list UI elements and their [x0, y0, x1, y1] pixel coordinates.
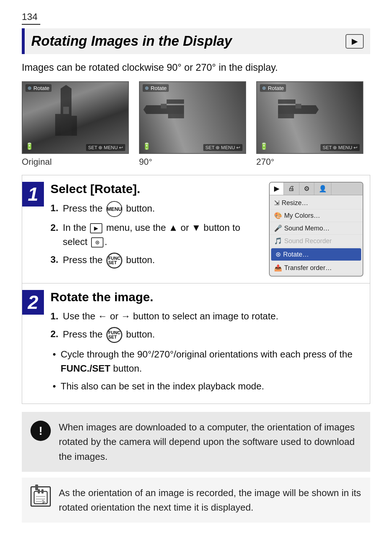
rotate-icon-90: ⊛ [145, 85, 149, 91]
soundmemo-icon: 🎤 [274, 224, 282, 232]
svg-rect-13 [278, 99, 295, 104]
images-row: ⊛ Rotate 🔋 SET ⊛ MENU ↩ ⊛ Rotate 🔋 SET ⊛… [22, 81, 370, 154]
menu-button: MENU [106, 201, 122, 217]
menu-item-soundmemo: 🎤 Sound Memo… [270, 222, 363, 235]
info-icon [30, 486, 52, 507]
svg-rect-16 [38, 489, 40, 494]
step1-list: 1. Press the MENU button. 2. In the ▶ me… [50, 201, 262, 269]
step2-title: Rotate the image. [50, 290, 363, 304]
step2-list: 1. Use the ← or → button to select an im… [50, 309, 363, 343]
info-text: As the orientation of an image is record… [59, 486, 362, 515]
svg-rect-14 [278, 114, 294, 118]
rotate-menu-icon: ⊛ [275, 250, 281, 258]
warning-circle: ! [30, 421, 51, 441]
caption-row: Original 90° 270° [22, 157, 370, 167]
svg-rect-7 [161, 104, 167, 109]
soundmemo-label: Sound Memo… [284, 225, 330, 232]
menu-tab-playback: ▶ [270, 183, 284, 195]
screen-header-label: Rotate [33, 85, 49, 91]
step2-section: 2 Rotate the image. 1. Use the ← or → bu… [22, 283, 370, 404]
screen-footer-original: SET ⊛ MENU ↩ [86, 144, 125, 151]
battery-icon-original: 🔋 [25, 142, 33, 150]
menu-item-transfer: 📤 Transfer order… [270, 262, 363, 274]
svg-rect-4 [72, 116, 77, 136]
menu-item-resize: ⇲ Resize… [270, 197, 363, 209]
step1-item2: 2. In the ▶ menu, use the ▲ or ▼ button … [50, 221, 262, 249]
func-set-button-step1: FUNCSET [106, 253, 122, 269]
step1-number: 1 [22, 182, 44, 207]
soundrecorder-label: Sound Recorder [284, 237, 332, 245]
svg-marker-1 [61, 85, 72, 89]
menu-item-rotate: ⊛ Rotate… [271, 248, 361, 261]
screen-footer-90: SET ⊛ MENU ↩ [203, 144, 242, 151]
camera-image-270 [257, 82, 363, 153]
bullet-item1: Cycle through the 90°/270°/original orie… [50, 347, 363, 376]
warning-text: When images are downloaded to a computer… [59, 420, 362, 464]
step1-item3: 3. Press the FUNCSET button. [50, 253, 262, 269]
rotate-icon-270: ⊛ [262, 85, 266, 91]
battery-icon-90: 🔋 [143, 142, 151, 150]
info-note: As the orientation of an image is record… [22, 478, 370, 523]
screen-footer-270: SET ⊛ MENU ↩ [320, 144, 360, 151]
page-number: 134 [22, 11, 40, 25]
step2-number: 2 [22, 290, 44, 315]
func-set-button-step2: FUNCSET [106, 327, 122, 343]
bullet-item2: This also can be set in the index playba… [50, 379, 363, 393]
svg-rect-3 [55, 114, 61, 136]
screen-header-270: ⊛ Rotate [260, 84, 286, 92]
screen-header-original: ⊛ Rotate [25, 84, 52, 92]
step1-instructions: Select [Rotate]. 1. Press the MENU butto… [50, 182, 262, 272]
page-title: Rotating Images in the Display [31, 33, 232, 49]
camera-image-original [23, 82, 128, 153]
screen-header-label-270: Rotate [268, 85, 284, 91]
menu-tab-print: 🖨 [284, 183, 299, 195]
warning-note: ! When images are downloaded to a comput… [22, 412, 370, 472]
transfer-icon: 📤 [274, 264, 282, 272]
mycolors-label: My Colors… [284, 212, 320, 220]
menu-tabs: ▶ 🖨 ⚙ 👤 [270, 183, 363, 195]
playback-icon: ▶ [346, 34, 364, 49]
bullet-list: Cycle through the 90°/270°/original orie… [50, 347, 363, 393]
svg-marker-11 [316, 105, 319, 114]
menu-items-list: ⇲ Resize… 🎨 My Colors… 🎤 Sound Memo… [270, 195, 363, 276]
svg-rect-17 [41, 489, 44, 494]
title-section: Rotating Images in the Display ▶ [22, 28, 370, 54]
step2-header: 2 Rotate the image. 1. Use the ← or → bu… [22, 283, 370, 404]
step1-header: 1 Select [Rotate]. 1. Press the MENU but… [22, 175, 370, 283]
caption-270: 270° [256, 157, 363, 167]
step2-item2: 2. Press the FUNCSET button. [50, 327, 363, 343]
svg-rect-9 [168, 114, 184, 118]
menu-tab-user: 👤 [314, 183, 331, 195]
step1-title: Select [Rotate]. [50, 182, 262, 196]
menu-item-mycolors: 🎨 My Colors… [270, 209, 363, 222]
menu-tab-settings: ⚙ [299, 183, 314, 195]
menu-item-soundrecorder: 🎵 Sound Recorder [270, 235, 363, 248]
camera-screen-90: ⊛ Rotate 🔋 SET ⊛ MENU ↩ [139, 81, 246, 154]
svg-rect-2 [63, 107, 69, 114]
step1-content: Select [Rotate]. 1. Press the MENU butto… [50, 182, 363, 277]
step2-item1: 1. Use the ← or → button to select an im… [50, 309, 363, 323]
rotate-label: Rotate… [283, 251, 309, 258]
camera-image-90 [140, 82, 245, 153]
screen-header-90: ⊛ Rotate [143, 84, 169, 92]
camera-screen-270: ⊛ Rotate 🔋 SET ⊛ MENU ↩ [256, 81, 363, 154]
menu-screenshot: ▶ 🖨 ⚙ 👤 ⇲ Resize… 🎨 My Colors… [269, 182, 363, 277]
screen-header-label-90: Rotate [151, 85, 167, 91]
mycolors-icon: 🎨 [274, 212, 282, 220]
svg-marker-6 [143, 105, 146, 114]
step1-section: 1 Select [Rotate]. 1. Press the MENU but… [22, 175, 370, 283]
svg-rect-12 [295, 104, 301, 109]
camera-screen-original: ⊛ Rotate 🔋 SET ⊛ MENU ↩ [22, 81, 129, 154]
warning-icon: ! [30, 420, 52, 442]
caption-90: 90° [139, 157, 246, 167]
step1-item1: 1. Press the MENU button. [50, 201, 262, 217]
resize-icon: ⇲ [274, 199, 279, 207]
notepad-icon [30, 486, 51, 507]
playback-menu-icon: ▶ [90, 223, 102, 233]
soundrecorder-icon: 🎵 [274, 237, 282, 245]
caption-original: Original [22, 157, 129, 167]
step2-content: Rotate the image. 1. Use the ← or → butt… [50, 290, 363, 397]
transfer-label: Transfer order… [284, 264, 332, 272]
intro-text: Images can be rotated clockwise 90° or 2… [22, 62, 370, 73]
rotate-icon: ⊛ [28, 85, 32, 91]
